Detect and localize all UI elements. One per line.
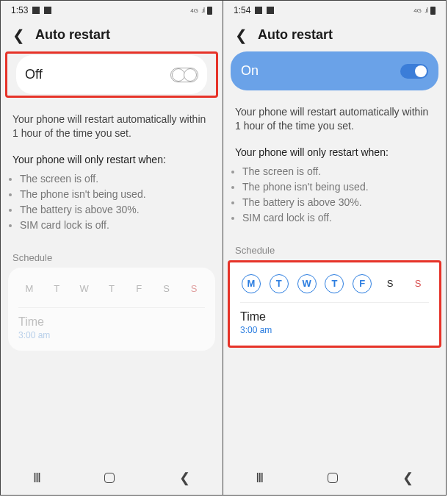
schedule-card: M T W T F S S Time 3:00 am [8,268,215,351]
schedule-card: M T W T F S S Time 3:00 am [228,260,441,348]
nav-bar: III ❮ [223,461,446,495]
schedule-heading: Schedule [1,240,223,268]
day-wed[interactable]: W [297,274,317,293]
conditions-heading: Your phone will only restart when: [223,136,446,162]
header: ❮ Auto restart [1,20,223,51]
home-button[interactable] [328,473,338,483]
day-thu[interactable]: T [102,279,121,298]
toggle-switch[interactable] [170,68,198,82]
day-mon[interactable]: M [242,274,261,293]
notification-icon [44,7,51,14]
condition-item: The battery is above 30%. [20,202,211,218]
status-time: 1:54 [234,5,250,15]
day-fri[interactable]: F [129,279,148,298]
battery-icon [207,7,212,15]
network-type: 4G [190,7,198,14]
toggle-label: Off [25,67,43,82]
condition-item: The phone isn't being used. [20,187,211,202]
signal-icon: .ıl [201,7,204,14]
home-button[interactable] [104,473,115,483]
condition-item: SIM card lock is off. [20,218,211,233]
toggle-label: On [241,63,259,79]
back-icon[interactable]: ❮ [12,28,25,43]
back-button[interactable]: ❮ [179,470,190,486]
network-type: 4G [413,7,422,14]
notification-icon [255,7,262,14]
recents-button[interactable]: III [33,471,40,486]
battery-icon [430,7,436,15]
conditions-heading: Your phone will only restart when: [1,143,223,170]
condition-item: The screen is off. [20,171,211,187]
day-fri[interactable]: F [353,274,372,293]
toggle-switch[interactable] [400,64,428,79]
page-title: Auto restart [258,27,333,43]
nav-bar: III ❮ [1,461,223,495]
recents-button[interactable]: III [256,471,262,486]
time-label: Time [240,310,429,323]
day-sat[interactable]: S [157,279,176,298]
day-sun[interactable]: S [184,279,203,298]
status-bar: 1:54 4G .ıl [223,1,446,20]
day-tue[interactable]: T [47,279,66,298]
condition-item: The battery is above 30%. [242,195,434,210]
header: ❮ Auto restart [223,20,446,51]
master-toggle-row[interactable]: Off [16,55,207,94]
condition-item: The phone isn't being used. [242,179,434,195]
condition-item: The screen is off. [242,164,434,179]
back-button[interactable]: ❮ [402,470,413,486]
day-tue[interactable]: T [270,274,289,293]
time-row[interactable]: Time 3:00 am [18,315,205,340]
highlight-annotation: Off [5,51,218,98]
page-title: Auto restart [35,27,110,43]
day-mon[interactable]: M [20,279,39,298]
time-label: Time [18,315,205,329]
days-row: M T W T F S S [240,271,429,303]
description-text: Your phone will restart automatically wi… [223,95,446,136]
conditions-list: The screen is off. The phone isn't being… [1,170,223,240]
status-time: 1:53 [11,5,28,15]
condition-item: SIM card lock is off. [242,210,434,226]
days-row: M T W T F S S [18,276,205,308]
time-value: 3:00 am [240,325,429,335]
day-thu[interactable]: T [325,274,344,293]
conditions-list: The screen is off. The phone isn't being… [223,162,446,233]
time-value: 3:00 am [18,330,205,340]
master-toggle-row[interactable]: On [231,51,438,90]
schedule-heading: Schedule [223,233,446,260]
day-wed[interactable]: W [75,279,94,298]
day-sun[interactable]: S [408,274,427,293]
back-icon[interactable]: ❮ [235,28,248,43]
notification-icon [32,7,40,14]
status-bar: 1:53 4G .ıl [1,1,223,20]
day-sat[interactable]: S [380,274,400,293]
notification-icon [267,7,274,14]
time-row[interactable]: Time 3:00 am [240,310,429,335]
signal-icon: .ıl [424,7,427,14]
description-text: Your phone will restart automatically wi… [1,102,223,143]
